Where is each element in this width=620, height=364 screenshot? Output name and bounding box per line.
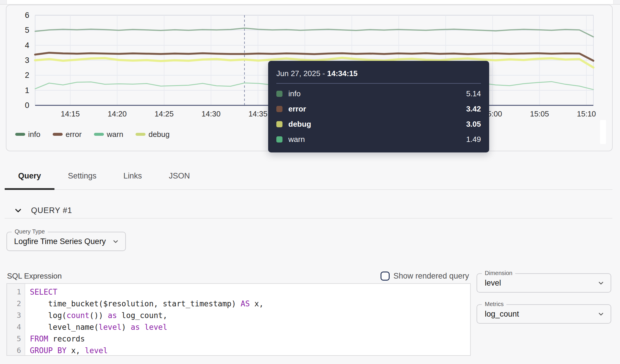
metrics-label: Metrics xyxy=(482,301,506,308)
dashboard-page: 012345614:1514:2014:2514:3014:3514:4014:… xyxy=(0,0,620,364)
sql-editor-gutter: 123456 xyxy=(7,284,25,355)
panel-tab-bar: QuerySettingsLinksJSON xyxy=(5,162,612,190)
legend-swatch-warn xyxy=(94,133,104,136)
line-number: 6 xyxy=(7,345,25,356)
legend-item-debug[interactable]: debug xyxy=(136,130,169,139)
top-panel-edge-inner xyxy=(6,0,614,4)
tooltip-series-label: warn xyxy=(288,135,466,144)
tooltip-date: Jun 27, 2025 - xyxy=(276,69,325,78)
y-axis-tick-label: 3 xyxy=(25,56,29,65)
tooltip-row-warn: warn1.49 xyxy=(276,132,481,147)
legend-label: info xyxy=(28,130,40,139)
legend-swatch-info xyxy=(15,133,25,136)
tooltip-swatch-info xyxy=(276,91,282,97)
metrics-select[interactable]: Metrics log_count xyxy=(477,304,611,324)
tab-json[interactable]: JSON xyxy=(155,162,203,189)
x-axis-tick-label: 15:05 xyxy=(530,109,549,118)
line-number: 4 xyxy=(7,321,25,333)
dimension-value: level xyxy=(485,279,501,288)
scrollbar-thumb[interactable] xyxy=(600,120,606,144)
dimension-select[interactable]: Dimension level xyxy=(477,273,611,293)
x-axis-tick-label: 14:35 xyxy=(249,109,268,118)
x-axis-tick-label: 15:10 xyxy=(577,109,596,118)
code-line: log(count()) as log_count, xyxy=(30,310,470,321)
y-axis-tick-label: 5 xyxy=(25,26,29,35)
tooltip-time: 14:34:15 xyxy=(327,69,357,78)
legend-item-error[interactable]: error xyxy=(53,130,82,139)
tooltip-series-label: info xyxy=(288,89,466,98)
line-number: 1 xyxy=(7,286,25,298)
tooltip-divider xyxy=(276,83,481,84)
tab-settings[interactable]: Settings xyxy=(54,162,110,189)
code-line: FROM records xyxy=(30,333,470,345)
code-line: GROUP BY x, level xyxy=(30,345,470,356)
y-axis-tick-label: 2 xyxy=(25,71,29,80)
chevron-down-icon xyxy=(13,206,23,215)
legend-label: warn xyxy=(107,130,123,139)
legend-item-info[interactable]: info xyxy=(15,130,40,139)
tooltip-series-label: debug xyxy=(288,120,466,129)
metrics-value: log_count xyxy=(485,310,519,319)
code-line: SELECT xyxy=(30,286,470,298)
query-type-select[interactable]: Query Type Logfire Time Series Query xyxy=(6,232,126,251)
legend-label: error xyxy=(66,130,82,139)
top-panel-edge xyxy=(0,0,620,5)
query-type-label: Query Type xyxy=(12,228,48,235)
tooltip-series-value: 3.42 xyxy=(466,104,481,114)
legend-swatch-debug xyxy=(136,133,145,136)
line-number: 2 xyxy=(7,298,25,310)
tooltip-row-error: error3.42 xyxy=(276,101,481,116)
x-axis-tick-label: 14:30 xyxy=(201,109,220,118)
line-number: 3 xyxy=(7,310,25,321)
sql-editor: 123456 SELECT time_bucket($resolution, s… xyxy=(6,283,471,356)
chevron-down-icon xyxy=(111,237,120,246)
tooltip-row-info: info5.14 xyxy=(276,86,481,101)
dimension-label: Dimension xyxy=(482,270,515,277)
chart-legend: infoerrorwarndebug xyxy=(15,129,170,139)
x-axis-tick-label: 14:25 xyxy=(155,109,174,118)
series-line-info xyxy=(35,28,593,37)
tab-query[interactable]: Query xyxy=(5,162,54,189)
tooltip-row-debug: debug3.05 xyxy=(276,116,481,132)
line-number: 5 xyxy=(7,333,25,345)
legend-swatch-error xyxy=(53,133,63,136)
tooltip-series-label: error xyxy=(288,104,466,114)
legend-item-warn[interactable]: warn xyxy=(94,130,123,139)
tooltip-rows: info5.14error3.42debug3.05warn1.49 xyxy=(276,86,481,147)
chevron-down-icon xyxy=(597,279,605,287)
sql-editor-code[interactable]: SELECT time_bucket($resolution, start_ti… xyxy=(25,284,470,355)
tooltip-series-value: 1.49 xyxy=(466,135,481,144)
query-type-value: Logfire Time Series Query xyxy=(14,237,106,246)
show-rendered-query-checkbox[interactable] xyxy=(381,272,390,281)
y-axis-tick-label: 6 xyxy=(25,11,29,20)
x-axis-tick-label: 14:15 xyxy=(61,109,80,118)
sql-expression-label: SQL Expression xyxy=(7,272,62,281)
show-rendered-query-label: Show rendered query xyxy=(393,272,469,281)
code-line: time_bucket($resolution, start_timestamp… xyxy=(30,298,470,310)
y-axis-tick-label: 4 xyxy=(25,41,29,50)
code-line: level_name(level) as level xyxy=(30,321,470,333)
query-section-title: QUERY #1 xyxy=(31,206,72,215)
y-axis-tick-label: 1 xyxy=(25,86,29,95)
tooltip-series-value: 3.05 xyxy=(466,120,481,129)
tooltip-swatch-error xyxy=(276,106,282,112)
x-axis-tick-label: 14:20 xyxy=(108,109,127,118)
chart-tooltip: Jun 27, 2025 - 14:34:15 info5.14error3.4… xyxy=(268,61,489,152)
tooltip-series-value: 5.14 xyxy=(466,89,481,98)
section-divider xyxy=(5,218,612,219)
tooltip-swatch-debug xyxy=(276,121,282,127)
y-axis-tick-label: 0 xyxy=(25,101,29,110)
legend-label: debug xyxy=(148,130,169,139)
tab-links[interactable]: Links xyxy=(110,162,155,189)
show-rendered-query-row: Show rendered query xyxy=(381,270,469,281)
chevron-down-icon xyxy=(597,310,605,318)
query-section-header[interactable]: QUERY #1 xyxy=(13,205,72,216)
tooltip-swatch-warn xyxy=(276,136,282,142)
tooltip-header: Jun 27, 2025 - 14:34:15 xyxy=(276,68,481,79)
